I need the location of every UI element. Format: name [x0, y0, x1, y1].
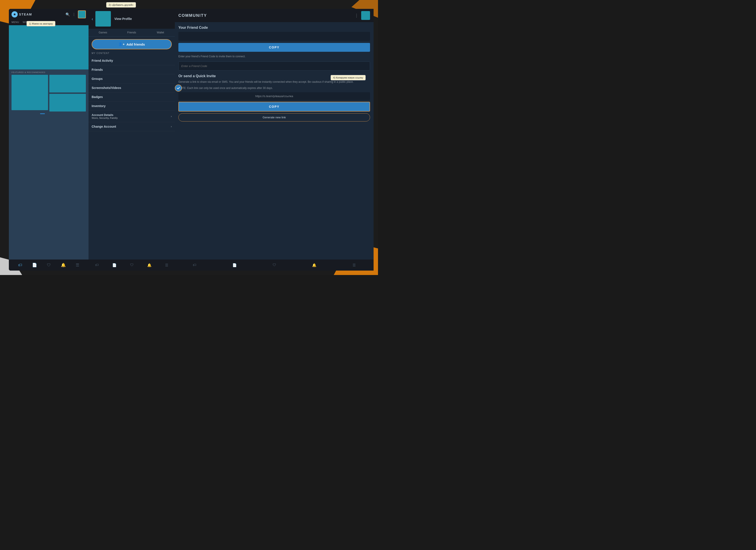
list-item-badges[interactable]: Badges	[89, 93, 175, 102]
list-item-screenshots[interactable]: Screenshots/Videos	[89, 83, 175, 93]
dot-1	[46, 113, 51, 114]
item-label: Friend Activity	[92, 59, 113, 62]
list-item-friend-activity[interactable]: Friend Activity	[89, 56, 175, 65]
store-icon[interactable]: 🏷	[18, 263, 22, 268]
featured-item-3[interactable]	[49, 94, 86, 112]
hero-banner	[9, 25, 89, 70]
invite-link-url: https://s.team/p/ваша/ссылка	[255, 95, 293, 98]
library-icon-right[interactable]: 📄	[232, 263, 237, 267]
steam-title-text: STEAM	[19, 13, 32, 16]
store-icon-mid[interactable]: 🏷	[95, 263, 99, 267]
item-label: Groups	[92, 77, 103, 81]
community-avatar	[361, 11, 370, 20]
profile-panel: ‹ View Profile 2) «Добавить друзей» Game…	[89, 9, 175, 271]
check-icon	[176, 86, 180, 90]
shield-icon[interactable]: 🛡	[47, 263, 51, 268]
right-content: Your Friend Code COPY Enter your friend'…	[175, 22, 374, 260]
list-item-account-details[interactable]: Account Details Store, Security, Family …	[89, 111, 175, 122]
add-friends-label: Add friends	[126, 43, 145, 46]
account-details-content: Account Details Store, Security, Family	[92, 113, 118, 119]
tab-friends[interactable]: Friends	[117, 29, 146, 36]
community-more-icon[interactable]: ⋮	[355, 13, 359, 18]
chevron-right-icon-2: ›	[171, 125, 172, 128]
main-container: STEAM 🔍 ⋮ MENU WISHLIST WALLET 1) Жмем н…	[9, 9, 374, 271]
note-area: NOTE: Each link can only be used once an…	[178, 86, 370, 90]
library-icon[interactable]: 📄	[32, 263, 37, 268]
add-friends-button[interactable]: 👤+ Add friends	[92, 39, 172, 49]
friend-code-display	[178, 32, 370, 41]
menu-icon[interactable]: ☰	[76, 263, 79, 268]
bell-icon-right[interactable]: 🔔	[312, 263, 316, 267]
generate-link-button[interactable]: Generate new link	[178, 113, 370, 122]
svg-point-1	[14, 14, 15, 15]
copy-link-button[interactable]: COPY	[178, 102, 370, 112]
avatar-button[interactable]	[78, 10, 86, 18]
tab-games[interactable]: Games	[89, 29, 117, 36]
search-icon[interactable]: 🔍	[66, 12, 70, 17]
middle-bottom-nav: 🏷 📄 🛡 🔔 ☰	[89, 260, 175, 271]
menu-icon-right[interactable]: ☰	[353, 263, 356, 267]
steam-icon	[12, 11, 18, 17]
list-item-friends[interactable]: Friends	[89, 65, 175, 74]
view-profile-button[interactable]: View Profile	[114, 17, 132, 21]
left-bottom-nav: 🏷 📄 🛡 🔔 ☰	[9, 260, 89, 271]
steam-logo: STEAM	[12, 11, 32, 17]
featured-label: FEATURED & RECOMMENDED	[12, 71, 86, 73]
community-header: COMMUNITY ⋮	[175, 9, 374, 22]
profile-tabs: Games Friends Wallet	[89, 29, 175, 37]
item-label: Inventory	[92, 104, 106, 108]
left-content-area: FEATURED & RECOMMENDED	[9, 25, 89, 260]
community-header-right: ⋮	[355, 11, 370, 20]
community-panel: COMMUNITY ⋮ Your Friend Code COPY Enter …	[175, 9, 374, 271]
progress-dots	[12, 112, 86, 115]
friend-code-title: Your Friend Code	[178, 26, 370, 30]
profile-header: ‹ View Profile 2) «Добавить друзей»	[89, 9, 175, 29]
more-options-icon[interactable]: ⋮	[72, 12, 76, 17]
library-icon-mid[interactable]: 📄	[112, 263, 117, 267]
quick-invite-desc-text: Generate a link to share via email or SM…	[178, 80, 370, 84]
add-friends-area: 👤+ Add friends	[89, 37, 175, 52]
item-label: Badges	[92, 95, 103, 99]
profile-avatar	[95, 11, 111, 27]
steam-logo-svg	[12, 12, 17, 17]
header-icons: 🔍 ⋮	[66, 10, 86, 18]
right-bottom-nav: 🏷 📄 🛡 🔔 ☰	[175, 260, 374, 271]
community-title: COMMUNITY	[178, 13, 207, 18]
account-details-sub: Store, Security, Family	[92, 117, 118, 119]
link-url-area: https://s.team/p/ваша/ссылка 3) Создаем …	[178, 92, 370, 100]
tab-wallet[interactable]: Wallet	[146, 29, 175, 36]
menu-icon-mid[interactable]: ☰	[165, 263, 168, 267]
annotation-2: 2) «Добавить друзей»	[106, 2, 136, 8]
my-content-label: MY CONTENT	[89, 52, 175, 56]
steam-main-panel: STEAM 🔍 ⋮ MENU WISHLIST WALLET 1) Жмем н…	[9, 9, 89, 271]
steam-header: STEAM 🔍 ⋮	[9, 9, 89, 20]
copy-friend-code-button[interactable]: COPY	[178, 43, 370, 52]
invite-description-text: Enter your friend's Friend Code to invit…	[178, 54, 370, 58]
dot-active	[40, 113, 45, 114]
item-label: Screenshots/Videos	[92, 86, 121, 90]
featured-column	[49, 75, 86, 112]
check-circle-annotation	[175, 85, 182, 92]
annotation-1: 1) Жмем на аватарку	[27, 21, 55, 26]
back-button[interactable]: ‹	[92, 16, 93, 21]
account-details-label: Account Details	[92, 113, 118, 117]
add-friends-icon: 👤+	[118, 42, 125, 46]
featured-item-1[interactable]	[12, 75, 48, 110]
bell-icon[interactable]: 🔔	[61, 263, 66, 268]
shield-icon-mid[interactable]: 🛡	[130, 263, 134, 267]
featured-item-2[interactable]	[49, 75, 86, 93]
shield-icon-right[interactable]: 🛡	[273, 263, 276, 267]
bell-icon-mid[interactable]: 🔔	[147, 263, 152, 267]
list-item-inventory[interactable]: Inventory	[89, 102, 175, 111]
store-icon-right[interactable]: 🏷	[193, 263, 196, 267]
featured-section: FEATURED & RECOMMENDED	[9, 70, 89, 117]
note-text: NOTE: Each link can only be used once an…	[178, 86, 370, 90]
content-list: Friend Activity Friends Groups Screensho…	[89, 56, 175, 260]
featured-grid	[12, 75, 86, 112]
list-item-change-account[interactable]: Change Account ›	[89, 122, 175, 131]
friend-code-input[interactable]	[178, 62, 370, 71]
list-item-groups[interactable]: Groups	[89, 74, 175, 83]
nav-menu[interactable]: MENU	[12, 21, 19, 23]
chevron-right-icon: ›	[171, 115, 172, 118]
change-account-label: Change Account	[92, 125, 116, 128]
